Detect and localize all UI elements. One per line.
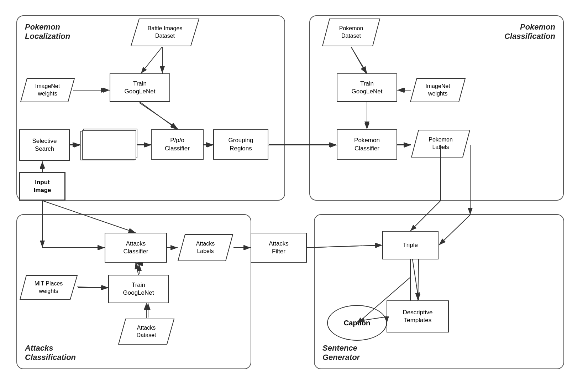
node-attacks-classifier: AttacksClassifier — [105, 233, 167, 263]
node-train-googlenet-right: TrainGoogLeNet — [337, 73, 397, 102]
label-attacks-labels: AttacksLabels — [196, 240, 215, 255]
label-train-googlenet-left: TrainGoogLeNet — [125, 80, 156, 96]
label-imagenet-weights-left: ImageNetweights — [35, 83, 60, 98]
node-region-proposals: RegionProposals — [80, 131, 135, 160]
label-pokemon-localization: PokemonLocalization — [25, 22, 70, 41]
label-imagenet-weights-right: ImageNetweights — [425, 83, 450, 98]
node-imagenet-weights-left: ImageNetweights — [20, 78, 75, 103]
node-pokemon-classifier: PokemonClassifier — [337, 129, 397, 160]
node-grouping-regions: GroupingRegions — [213, 129, 268, 160]
label-sentence-generator: SentenceGenerator — [322, 344, 360, 362]
label-grouping-regions: GroupingRegions — [229, 136, 253, 152]
label-attacks-dataset: AttacksDataset — [136, 324, 156, 339]
diagram-container: PokemonLocalization PokemonClassificatio… — [9, 8, 579, 379]
label-pokemon-dataset: PokemonDataset — [339, 25, 363, 40]
section-sentence-generator: SentenceGenerator — [314, 214, 564, 369]
label-attacks-classifier: AttacksClassifier — [124, 240, 148, 256]
node-caption: Caption — [327, 305, 387, 341]
label-triple: Triple — [403, 241, 418, 249]
node-pokemon-dataset: PokemonDataset — [322, 18, 380, 47]
label-region-proposals: RegionProposals — [94, 138, 121, 153]
label-mit-places-weights: MIT Placesweights — [35, 280, 63, 295]
label-pokemon-labels: PokemonLabels — [429, 136, 453, 151]
node-attacks-labels: AttacksLabels — [177, 234, 233, 262]
node-descriptive-templates: DescriptiveTemplates — [387, 300, 449, 332]
node-attacks-dataset: AttacksDataset — [118, 318, 175, 345]
label-selective-search: SelectiveSearch — [32, 137, 57, 153]
node-input-image: InputImage — [19, 172, 65, 201]
node-pokemon-labels: PokemonLabels — [411, 129, 471, 158]
label-ppo-classifier: P/p/oClassifier — [165, 136, 190, 152]
label-pokemon-classifier: PokemonClassifier — [354, 136, 380, 152]
node-triple: Triple — [382, 231, 439, 259]
node-train-googlenet-attacks: TrainGoogLeNet — [108, 275, 169, 303]
label-attacks-filter: AttacksFilter — [269, 240, 289, 256]
node-train-googlenet-left: TrainGoogLeNet — [110, 73, 170, 102]
node-selective-search: SelectiveSearch — [19, 129, 70, 161]
node-imagenet-weights-right: ImageNetweights — [410, 78, 466, 103]
label-caption: Caption — [344, 318, 370, 327]
label-train-googlenet-right: TrainGoogLeNet — [352, 80, 383, 96]
label-pokemon-classification: PokemonClassification — [504, 22, 555, 41]
label-attacks-classification: AttacksClassification — [25, 344, 76, 362]
label-descriptive-templates: DescriptiveTemplates — [403, 309, 432, 324]
node-attacks-filter: AttacksFilter — [251, 233, 307, 263]
label-train-googlenet-attacks: TrainGoogLeNet — [123, 281, 154, 297]
node-ppo-classifier: P/p/oClassifier — [151, 129, 204, 160]
node-battle-images-dataset: Battle ImagesDataset — [130, 18, 200, 47]
node-mit-places-weights: MIT Placesweights — [19, 275, 78, 300]
label-battle-images-dataset: Battle ImagesDataset — [148, 25, 183, 40]
label-input-image: InputImage — [33, 179, 51, 194]
